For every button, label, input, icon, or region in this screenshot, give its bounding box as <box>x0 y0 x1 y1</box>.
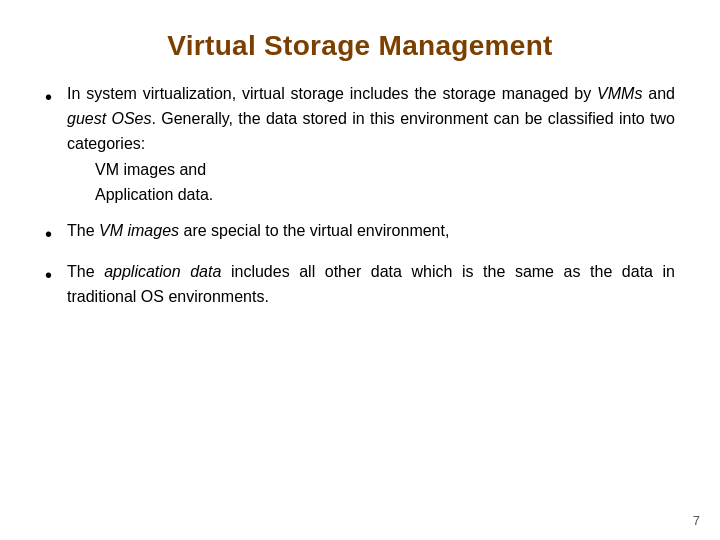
bullet1-text-and: and <box>642 85 675 102</box>
bullet-text-2: The VM images are special to the virtual… <box>67 219 675 244</box>
bullet3-text-the: The <box>67 263 104 280</box>
bullet3-app-data: application data <box>104 263 221 280</box>
bullet1-vmms: VMMs <box>597 85 642 102</box>
slide-content: • In system virtualization, virtual stor… <box>45 82 675 310</box>
bullet-text-3: The application data includes all other … <box>67 260 675 310</box>
bullet2-vm-images: VM images <box>99 222 179 239</box>
sub-list-1: VM images and Application data. <box>95 158 675 207</box>
bullet2-text-rest: are special to the virtual environment, <box>179 222 449 239</box>
bullet-item-2: • The VM images are special to the virtu… <box>45 219 675 250</box>
bullet2-text-the: The <box>67 222 99 239</box>
bullet-dot-3: • <box>45 260 63 291</box>
sub-item-2: Application data. <box>95 183 675 207</box>
slide-container: Virtual Storage Management • In system v… <box>0 0 720 540</box>
bullet-text-1: In system virtualization, virtual storag… <box>67 82 675 209</box>
sub-item-1: VM images and <box>95 158 675 182</box>
slide-number: 7 <box>693 513 700 528</box>
sub-item-1-text: VM images and <box>95 161 206 178</box>
bullet1-text-generally: . Generally, the data stored in this env… <box>67 110 675 152</box>
bullet-item-1: • In system virtualization, virtual stor… <box>45 82 675 209</box>
slide-title: Virtual Storage Management <box>45 30 675 62</box>
bullet1-text-intro: In system virtualization, virtual storag… <box>67 85 597 102</box>
sub-item-2-text: Application data. <box>95 186 213 203</box>
bullet-item-3: • The application data includes all othe… <box>45 260 675 310</box>
bullet1-guest-oses: guest OSes <box>67 110 152 127</box>
bullet-dot-2: • <box>45 219 63 250</box>
bullet-dot-1: • <box>45 82 63 113</box>
